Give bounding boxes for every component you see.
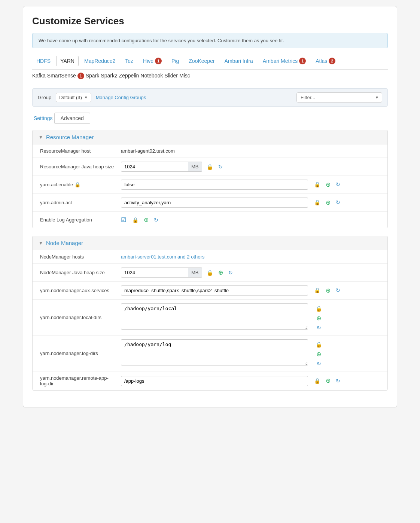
- rm-heap-input[interactable]: [121, 162, 188, 172]
- nm-aux-value-wrap: 🔒 ⊕ ↻: [121, 285, 380, 296]
- group-select[interactable]: Default (3) ▼: [56, 93, 91, 102]
- config-row-nm-aux: yarn.nodemanager.aux-services 🔒 ⊕ ↻: [33, 282, 387, 300]
- tab-mapreduce2[interactable]: MapReduce2: [80, 56, 119, 66]
- log-agg-checkbox[interactable]: ☑: [121, 217, 126, 223]
- filter-input[interactable]: [297, 93, 372, 102]
- config-row-acl-enable: yarn.acl.enable 🔒 🔒 ⊕ ↻: [33, 176, 387, 194]
- rm-host-value: ambari-agent02.test.com: [121, 148, 380, 154]
- config-row-log-agg: Enable Log Aggregation ☑ 🔒 ⊕ ↻: [33, 212, 387, 228]
- nm-log-label: yarn.nodemanager.log-dirs: [40, 351, 115, 356]
- nm-aux-add-icon[interactable]: ⊕: [324, 286, 332, 295]
- resource-manager-section: ▼ Resource Manager ResourceManager host …: [32, 130, 388, 228]
- rm-heap-value-wrap: MB 🔒 ↻: [121, 162, 380, 172]
- tab-spark[interactable]: Spark: [86, 73, 100, 79]
- nm-heap-actions: 🔒 ⊕ ↻: [205, 268, 234, 277]
- filter-dropdown-arrow[interactable]: ▼: [372, 94, 382, 101]
- nm-log-lock-btn[interactable]: 🔒: [314, 341, 323, 348]
- group-label: Group: [38, 95, 51, 100]
- nm-log-value-wrap: /hadoop/yarn/log 🔒 ⊕ ↻: [121, 339, 380, 367]
- acl-enable-lock-btn[interactable]: 🔒: [313, 181, 322, 188]
- admin-acl-add-icon[interactable]: ⊕: [324, 198, 332, 207]
- tab-spark2[interactable]: Spark2: [101, 73, 117, 79]
- tab-tez[interactable]: Tez: [121, 56, 137, 66]
- sub-tab-advanced[interactable]: Advanced: [54, 113, 90, 124]
- nm-remote-actions: 🔒 ⊕ ↻: [313, 376, 342, 385]
- rm-heap-lock-icon[interactable]: 🔒: [205, 163, 214, 171]
- nm-log-add-icon[interactable]: ⊕: [315, 350, 323, 358]
- collapse-icon-nm[interactable]: ▼: [39, 241, 43, 246]
- tabs-row-1: HDFS YARN MapReduce2 Tez Hive 1 Pig ZooK…: [32, 56, 388, 70]
- nm-aux-actions: 🔒 ⊕ ↻: [313, 286, 342, 295]
- sub-tab-settings[interactable]: Settings: [32, 113, 54, 124]
- config-row-rm-heap: ResourceManager Java heap size MB 🔒 ↻: [33, 158, 387, 176]
- log-agg-add-icon[interactable]: ⊕: [142, 215, 150, 224]
- nm-log-actions: 🔒 ⊕ ↻: [314, 341, 323, 367]
- tab-ambari-metrics[interactable]: Ambari Metrics 1: [259, 56, 310, 66]
- node-manager-section: ▼ Node Manager NodeManager hosts ambari-…: [32, 236, 388, 391]
- nm-local-lock-btn[interactable]: 🔒: [314, 305, 323, 312]
- rm-heap-label: ResourceManager Java heap size: [40, 164, 115, 169]
- node-manager-title[interactable]: Node Manager: [46, 240, 83, 246]
- nm-local-add-icon[interactable]: ⊕: [315, 314, 323, 322]
- group-value: Default (3): [59, 95, 82, 100]
- collapse-icon-rm[interactable]: ▼: [39, 135, 43, 140]
- tab-slider[interactable]: Slider: [164, 73, 178, 79]
- tab-atlas[interactable]: Atlas 2: [311, 56, 340, 66]
- smartsense-badge: 1: [77, 73, 84, 79]
- tab-ambari-infra[interactable]: Ambari Infra: [220, 56, 257, 66]
- rm-heap-actions: 🔒 ↻: [205, 163, 224, 171]
- acl-enable-refresh-icon[interactable]: ↻: [334, 181, 342, 188]
- tabs-row-2: Kafka SmartSense 1 Spark Spark2 Zeppelin…: [32, 73, 388, 82]
- admin-acl-input[interactable]: [121, 198, 308, 208]
- tab-yarn[interactable]: YARN: [56, 56, 79, 66]
- config-row-nm-local: yarn.nodemanager.local-dirs /hadoop/yarn…: [33, 300, 387, 336]
- nm-local-textarea[interactable]: /hadoop/yarn/local: [121, 303, 308, 330]
- log-agg-lock-btn[interactable]: 🔒: [131, 216, 140, 224]
- tab-misc[interactable]: Misc: [179, 73, 190, 79]
- tab-hive[interactable]: Hive 1: [139, 56, 166, 66]
- nm-local-label: yarn.nodemanager.local-dirs: [40, 315, 115, 320]
- rm-heap-refresh-icon[interactable]: ↻: [217, 163, 224, 171]
- nm-remote-refresh-icon[interactable]: ↻: [334, 377, 342, 385]
- nm-remote-add-icon[interactable]: ⊕: [324, 376, 332, 385]
- nm-log-textarea[interactable]: /hadoop/yarn/log: [121, 339, 308, 366]
- tab-zookeeper[interactable]: ZooKeeper: [185, 56, 219, 66]
- nm-heap-refresh-icon[interactable]: ↻: [227, 269, 234, 276]
- nm-heap-add-icon[interactable]: ⊕: [217, 268, 225, 277]
- filter-input-wrap: ▼: [296, 92, 382, 103]
- nm-aux-refresh-icon[interactable]: ↻: [334, 287, 342, 294]
- atlas-badge: 2: [329, 58, 335, 64]
- tab-zeppelin[interactable]: Zeppelin Notebook: [119, 73, 163, 79]
- nm-aux-lock-btn[interactable]: 🔒: [313, 287, 322, 294]
- info-banner: We have come up with recommended configu…: [32, 33, 388, 48]
- node-manager-header: ▼ Node Manager: [33, 236, 387, 250]
- acl-enable-label: yarn.acl.enable 🔒: [40, 182, 115, 187]
- tab-pig[interactable]: Pig: [167, 56, 183, 66]
- admin-acl-refresh-icon[interactable]: ↻: [334, 199, 342, 206]
- nm-heap-input[interactable]: [121, 267, 188, 278]
- tab-kafka[interactable]: Kafka: [32, 73, 46, 79]
- nm-remote-input[interactable]: [121, 376, 308, 386]
- acl-enable-add-icon[interactable]: ⊕: [324, 180, 332, 189]
- nm-heap-value-wrap: MB 🔒 ⊕ ↻: [121, 267, 380, 278]
- nm-heap-lock-btn[interactable]: 🔒: [205, 269, 214, 276]
- log-agg-refresh-icon[interactable]: ↻: [152, 216, 160, 224]
- acl-enable-input[interactable]: [121, 180, 308, 190]
- log-agg-value-wrap: ☑ 🔒 ⊕ ↻: [121, 215, 380, 224]
- nm-remote-lock-btn[interactable]: 🔒: [313, 377, 322, 385]
- nm-local-refresh-icon[interactable]: ↻: [315, 324, 323, 331]
- manage-config-groups-link[interactable]: Manage Config Groups: [96, 95, 146, 100]
- admin-acl-value-wrap: 🔒 ⊕ ↻: [121, 198, 380, 208]
- ambari-metrics-badge: 1: [299, 58, 306, 64]
- tab-smartsense[interactable]: SmartSense 1: [47, 73, 84, 79]
- nm-log-refresh-icon[interactable]: ↻: [315, 360, 323, 367]
- admin-acl-lock-btn[interactable]: 🔒: [313, 199, 322, 206]
- nm-aux-input[interactable]: [121, 285, 308, 296]
- nm-remote-value-wrap: 🔒 ⊕ ↻: [121, 376, 380, 386]
- resource-manager-header: ▼ Resource Manager: [33, 130, 387, 144]
- page-title: Customize Services: [32, 15, 388, 27]
- acl-enable-lock-icon: 🔒: [74, 182, 80, 187]
- tab-hdfs[interactable]: HDFS: [32, 56, 55, 66]
- nm-hosts-link[interactable]: ambari-server01.test.com and 2 others: [121, 254, 204, 260]
- resource-manager-title[interactable]: Resource Manager: [46, 134, 94, 140]
